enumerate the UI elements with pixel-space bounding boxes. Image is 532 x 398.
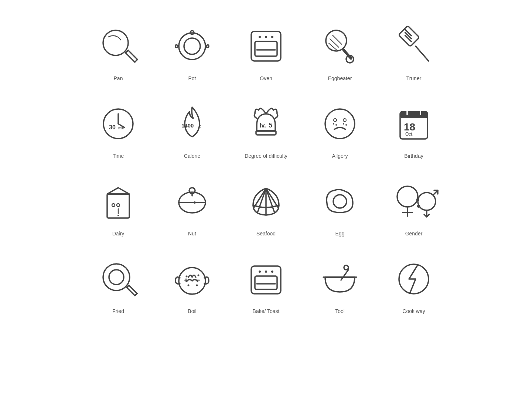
svg-text:18: 18 [404, 121, 415, 133]
svg-line-20 [416, 46, 429, 61]
nut-label: Nut [188, 231, 196, 237]
svg-point-52 [117, 215, 119, 216]
icon-cell-nut: Nut [155, 166, 229, 244]
svg-line-69 [433, 190, 438, 195]
baketoast-label: Bake/ Toast [253, 308, 280, 314]
svg-line-93 [341, 270, 348, 280]
svg-line-75 [129, 285, 137, 293]
svg-line-2 [128, 50, 137, 59]
difficulty-icon: lv. 5 [242, 100, 290, 148]
egg-icon [316, 177, 364, 225]
boil-label: Boil [188, 308, 196, 314]
svg-point-9 [259, 36, 261, 38]
svg-point-87 [259, 271, 261, 273]
svg-text:30: 30 [109, 124, 116, 130]
oven-label: Oven [260, 75, 272, 81]
baketoast-icon [242, 255, 290, 303]
svg-point-38 [335, 124, 337, 126]
icon-cell-allergy: Allgery [303, 89, 377, 166]
svg-text:1400: 1400 [181, 122, 194, 129]
svg-point-11 [271, 36, 273, 38]
svg-point-36 [343, 119, 346, 122]
svg-text:c: c [199, 124, 201, 128]
icon-cell-seafood: Seafood [229, 166, 303, 244]
cookway-label: Cook way [402, 308, 425, 314]
time-icon: 30 min [94, 100, 142, 148]
cookway-icon [390, 255, 438, 303]
svg-line-77 [135, 293, 137, 296]
icon-cell-cookway: Cook way [377, 244, 451, 322]
oven-icon [242, 22, 290, 70]
icon-cell-time: 30 min Time [81, 89, 155, 166]
icon-cell-truner: Truner [377, 11, 451, 89]
seafood-icon [242, 177, 290, 225]
pot-icon [168, 22, 216, 70]
icon-cell-fried: Fried [81, 244, 155, 322]
eggbeater-icon [316, 22, 364, 70]
svg-point-81 [196, 285, 198, 286]
svg-point-89 [271, 271, 273, 273]
fried-icon [94, 255, 142, 303]
svg-text:5: 5 [269, 122, 272, 129]
gender-label: Gender [405, 231, 423, 237]
time-label: Time [113, 153, 124, 159]
pot-label: Pot [188, 75, 196, 81]
allergy-label: Allgery [332, 153, 348, 159]
svg-point-94 [344, 265, 348, 270]
svg-line-1 [126, 53, 135, 62]
pan-icon [94, 22, 142, 70]
icon-cell-difficulty: lv. 5 Degree of difficulty [229, 89, 303, 166]
svg-point-80 [188, 285, 190, 286]
icon-cell-egg: Egg [303, 166, 377, 244]
icon-cell-dairy: Dairy [81, 166, 155, 244]
svg-point-73 [109, 270, 124, 285]
nut-icon [168, 177, 216, 225]
icon-cell-eggbeater: Eggbeater [303, 11, 377, 89]
svg-rect-90 [255, 276, 277, 289]
icon-cell-birthday: 18 Oct. Birthday [377, 89, 451, 166]
svg-point-79 [186, 276, 188, 278]
seafood-label: Seafood [256, 231, 276, 237]
svg-point-72 [103, 264, 130, 290]
svg-point-34 [325, 109, 355, 139]
svg-point-40 [345, 124, 347, 126]
birthday-label: Birthday [404, 153, 423, 159]
tool-icon [316, 255, 364, 303]
icon-cell-pan: Pan [81, 11, 155, 89]
boil-icon [168, 255, 216, 303]
icon-cell-calorie: 1400 c Calorie [155, 89, 229, 166]
svg-line-4 [135, 59, 137, 62]
svg-point-10 [265, 36, 267, 38]
allergy-icon [316, 100, 364, 148]
svg-point-71 [417, 205, 420, 208]
svg-rect-12 [255, 41, 277, 56]
icon-grid: Pan Pot [81, 11, 451, 322]
svg-text:Oct.: Oct. [405, 132, 413, 137]
svg-point-5 [179, 33, 205, 59]
svg-rect-47 [107, 194, 129, 218]
svg-point-82 [198, 275, 200, 276]
icon-cell-tool: Tool [303, 244, 377, 322]
eggbeater-label: Eggbeater [328, 75, 352, 81]
svg-rect-42 [400, 112, 427, 118]
svg-point-57 [194, 201, 196, 204]
svg-point-64 [397, 186, 418, 207]
calorie-icon: 1400 c [168, 100, 216, 148]
birthday-icon: 18 Oct. [390, 100, 438, 148]
svg-point-39 [343, 123, 344, 125]
svg-point-37 [333, 123, 334, 125]
icon-cell-gender: Gender [377, 166, 451, 244]
svg-marker-48 [107, 188, 129, 194]
gender-icon [390, 177, 438, 225]
svg-point-63 [333, 195, 347, 208]
svg-point-88 [265, 271, 267, 273]
truner-label: Truner [406, 75, 422, 81]
truner-icon [390, 22, 438, 70]
icon-cell-baketoast: Bake/ Toast [229, 244, 303, 322]
svg-text:min: min [118, 126, 124, 130]
icon-cell-boil: Boil [155, 244, 229, 322]
fried-label: Fried [112, 308, 124, 314]
tool-label: Tool [335, 308, 345, 314]
svg-point-0 [103, 30, 128, 55]
svg-point-49 [112, 204, 115, 207]
